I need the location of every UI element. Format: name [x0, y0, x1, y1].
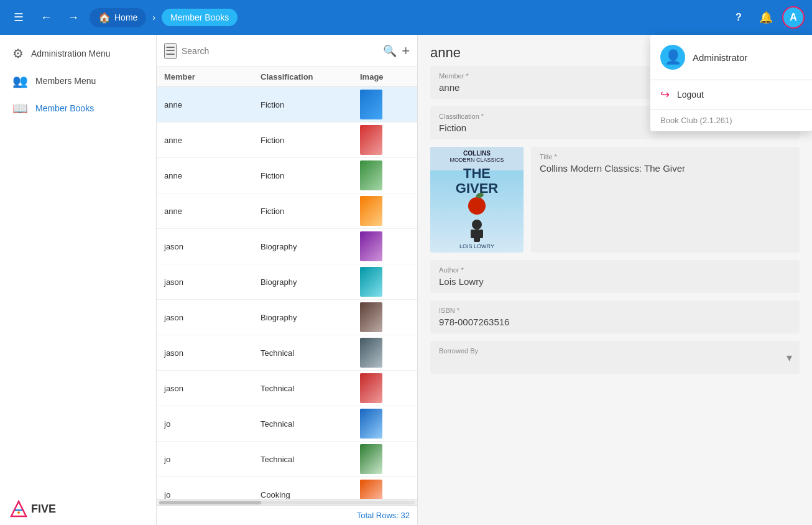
table-row[interactable]: anne Fiction: [157, 87, 417, 123]
member-books-nav-label: Member Books: [170, 12, 229, 22]
filter-button[interactable]: ☰: [164, 43, 177, 59]
table-row[interactable]: jason Technical: [157, 371, 417, 406]
dropdown-version: Book Club (2.1.261): [650, 109, 812, 131]
table-row[interactable]: jason Biography: [157, 264, 417, 300]
svg-rect-13: [474, 230, 480, 242]
svg-text:THE: THE: [463, 165, 491, 181]
search-button[interactable]: 🔍: [383, 44, 397, 58]
add-record-button[interactable]: +: [402, 43, 410, 59]
help-button[interactable]: ?: [727, 6, 750, 29]
nav-right: ? 🔔 A: [727, 6, 805, 29]
list-footer: Total Rows: 32: [157, 505, 417, 525]
sidebar-item-admin-menu[interactable]: ⚙ Administration Menu: [2, 40, 154, 67]
isbn-field-group: ISBN * 978-0007263516: [430, 300, 800, 333]
home-label: Home: [114, 12, 137, 22]
breadcrumb-chevron: ›: [152, 12, 155, 22]
table-row[interactable]: jason Technical: [157, 335, 417, 371]
sidebar-item-members-menu[interactable]: 👥 Members Menu: [2, 67, 154, 95]
book-thumbnail: [360, 338, 382, 368]
classification-cell: Cooking: [261, 490, 360, 499]
notifications-button[interactable]: 🔔: [755, 6, 777, 29]
horizontal-scrollbar[interactable]: [157, 499, 417, 505]
sidebar-footer: FIVE: [0, 493, 156, 525]
table-row[interactable]: jo Technical: [157, 442, 417, 477]
search-input[interactable]: [182, 46, 378, 56]
list-toolbar: ☰ 🔍 +: [157, 35, 417, 67]
table-row[interactable]: jason Biography: [157, 300, 417, 335]
classification-cell: Technical: [261, 348, 360, 358]
member-books-nav-button[interactable]: Member Books: [162, 9, 238, 26]
table-row[interactable]: jason Biography: [157, 229, 417, 264]
member-cell: jason: [164, 384, 261, 393]
list-body[interactable]: anne Fiction anne Fiction anne Fiction a…: [157, 87, 417, 499]
classification-cell: Biography: [261, 242, 360, 251]
classification-cell: Technical: [261, 419, 360, 429]
svg-point-9: [468, 197, 486, 215]
back-icon: ←: [40, 11, 52, 24]
user-dropdown-header: 👤 Administrator: [650, 35, 812, 80]
book-thumbnail: [360, 480, 382, 499]
borrowed-by-dropdown-icon: ▾: [787, 351, 792, 365]
list-header: Member Classification Image: [157, 67, 417, 87]
forward-button[interactable]: →: [62, 6, 85, 29]
classification-cell: Fiction: [261, 207, 360, 216]
member-cell: jo: [164, 455, 261, 464]
logout-icon: ↪: [660, 88, 670, 101]
book-thumbnail: [360, 231, 382, 261]
sidebar-item-member-books[interactable]: 📖 Member Books: [2, 95, 154, 122]
borrowed-by-field-group[interactable]: Borrowed By ▾: [430, 341, 800, 374]
table-row[interactable]: anne Fiction: [157, 123, 417, 158]
book-thumbnail: [360, 196, 382, 226]
home-icon: 🏠: [98, 12, 111, 24]
svg-rect-15: [479, 230, 483, 238]
member-cell: anne: [164, 136, 261, 145]
svg-point-12: [472, 220, 482, 230]
classification-cell: Fiction: [261, 171, 360, 180]
borrowed-by-field-label: Borrowed By: [439, 347, 791, 355]
table-row[interactable]: jo Technical: [157, 406, 417, 442]
hamburger-menu-button[interactable]: ☰: [7, 6, 30, 29]
back-button[interactable]: ←: [35, 6, 57, 29]
five-logo-text: FIVE: [31, 503, 56, 516]
classification-cell: Technical: [261, 455, 360, 464]
table-row[interactable]: jo Cooking: [157, 477, 417, 499]
detail-body: Member * anne Classification * Fiction ▾: [418, 66, 812, 525]
classification-cell: Technical: [261, 384, 360, 393]
dropdown-username: Administrator: [693, 52, 747, 63]
table-row[interactable]: anne Fiction: [157, 193, 417, 229]
author-field-value: Lois Lowry: [439, 276, 791, 287]
member-cell: jo: [164, 419, 261, 429]
author-field-label: Author *: [439, 266, 791, 274]
svg-text:COLLINS: COLLINS: [463, 150, 491, 157]
book-thumbnail: [360, 373, 382, 403]
title-field-value: Collins Modern Classics: The Giver: [540, 163, 791, 174]
book-thumbnail: [360, 302, 382, 332]
book-cover-image: COLLINS MODERN CLASSICS THE GIVER: [430, 147, 524, 253]
title-field-group: Title * Collins Modern Classics: The Giv…: [531, 147, 800, 253]
gear-icon: ⚙: [12, 46, 24, 61]
logout-item[interactable]: ↪ Logout: [650, 80, 812, 109]
five-logo: FIVE: [10, 500, 56, 518]
member-cell: anne: [164, 207, 261, 216]
title-field-label: Title *: [540, 153, 791, 160]
book-image-title-row: COLLINS MODERN CLASSICS THE GIVER: [430, 147, 800, 253]
column-header-image: Image: [360, 72, 410, 81]
member-cell: jo: [164, 490, 261, 499]
sidebar: ⚙ Administration Menu 👥 Members Menu 📖 M…: [0, 35, 157, 525]
people-icon: 👥: [12, 73, 28, 88]
bell-icon: 🔔: [759, 11, 773, 24]
member-cell: anne: [164, 100, 261, 109]
user-dropdown: 👤 Administrator ↪ Logout Book Club (2.1.…: [650, 35, 812, 131]
five-logo-icon: [10, 500, 27, 518]
scrollbar-track: [159, 501, 415, 504]
member-cell: jason: [164, 313, 261, 322]
table-row[interactable]: anne Fiction: [157, 158, 417, 193]
list-panel: ☰ 🔍 + Member Classification Image anne F…: [157, 35, 418, 525]
home-button[interactable]: 🏠 Home: [90, 8, 146, 27]
user-avatar-button[interactable]: A: [782, 6, 805, 29]
member-cell: jason: [164, 242, 261, 251]
sidebar-member-books-label: Member Books: [35, 103, 94, 113]
classification-cell: Fiction: [261, 100, 360, 109]
book-thumbnail: [360, 90, 382, 119]
logout-label: Logout: [677, 90, 704, 100]
